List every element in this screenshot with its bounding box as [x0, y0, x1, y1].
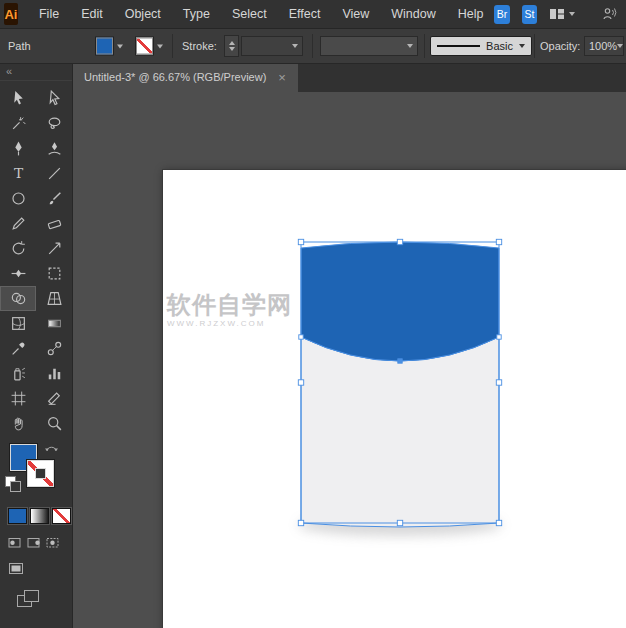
overlapping-windows-icon: [16, 589, 42, 609]
edit-toolbar-button[interactable]: [0, 579, 72, 613]
tool-curvature[interactable]: [36, 136, 72, 161]
pen-icon: [10, 140, 27, 157]
tool-line-segment[interactable]: [36, 161, 72, 186]
swap-fill-stroke-icon[interactable]: [44, 442, 60, 455]
tool-perspective-grid[interactable]: [36, 286, 72, 311]
draw-behind-icon[interactable]: [26, 536, 41, 549]
screen-mode-button[interactable]: [0, 549, 72, 579]
tool-selection[interactable]: [0, 86, 36, 111]
anchor-right[interactable]: [497, 335, 501, 339]
tool-free-transform[interactable]: [36, 261, 72, 286]
line-icon: [46, 165, 63, 182]
canvas[interactable]: 软件自学网 WWW.RJZXW.COM: [72, 92, 626, 628]
opacity-label[interactable]: Opacity:: [540, 40, 580, 52]
share-button[interactable]: [601, 6, 618, 22]
tool-eyedropper[interactable]: [0, 336, 36, 361]
tool-shaper[interactable]: [0, 211, 36, 236]
zoom-icon: [46, 415, 63, 432]
tool-direct-selection[interactable]: [36, 86, 72, 111]
document-tab[interactable]: Untitled-3* @ 66.67% (RGB/Preview) ×: [72, 62, 298, 92]
menu-effect[interactable]: Effect: [278, 0, 332, 28]
anchor-left[interactable]: [299, 335, 303, 339]
bridge-button[interactable]: Br: [494, 5, 509, 24]
shape-blue-region[interactable]: [301, 242, 499, 361]
width-profile-dropdown[interactable]: [320, 36, 418, 56]
stroke-weight-stepper[interactable]: [224, 35, 239, 57]
tool-slice[interactable]: [36, 386, 72, 411]
menu-view[interactable]: View: [331, 0, 380, 28]
chevron-down-icon: [407, 44, 413, 48]
menu-object[interactable]: Object: [114, 0, 172, 28]
handle-middle-right[interactable]: [496, 380, 501, 385]
menu-type[interactable]: Type: [172, 0, 221, 28]
tool-pen[interactable]: [0, 136, 36, 161]
tool-column-graph[interactable]: [36, 361, 72, 386]
gradient-button[interactable]: [30, 508, 49, 524]
fill-stroke-indicator: [0, 442, 72, 500]
draw-normal-icon[interactable]: [7, 536, 22, 549]
drawing-mode-buttons: [0, 524, 72, 549]
menu-window[interactable]: Window: [380, 0, 446, 28]
tool-eraser[interactable]: [36, 211, 72, 236]
fill-swatch: [96, 38, 113, 55]
handle-middle-left[interactable]: [298, 380, 303, 385]
tool-paintbrush[interactable]: [36, 186, 72, 211]
tool-blend[interactable]: [36, 336, 72, 361]
paintbrush-icon: [46, 190, 63, 207]
workspace-switcher[interactable]: [549, 7, 575, 21]
control-bar: Path Stroke: Basic Opacity: 100%: [0, 28, 626, 64]
tool-artboard[interactable]: [0, 386, 36, 411]
draw-inside-icon[interactable]: [45, 536, 60, 549]
tool-rotate[interactable]: [0, 236, 36, 261]
brush-definition-dropdown[interactable]: Basic: [430, 36, 532, 56]
menu-select[interactable]: Select: [221, 0, 278, 28]
tool-scale[interactable]: [36, 236, 72, 261]
tool-ellipse[interactable]: [0, 186, 36, 211]
tool-zoom[interactable]: [36, 411, 72, 436]
lasso-icon: [46, 115, 63, 132]
stroke-color-proxy[interactable]: [27, 460, 54, 487]
tool-lasso[interactable]: [36, 111, 72, 136]
menu-help[interactable]: Help: [447, 0, 495, 28]
menu-edit[interactable]: Edit: [70, 0, 114, 28]
type-icon: T: [10, 165, 27, 182]
hand-icon: [10, 415, 27, 432]
handle-top-right[interactable]: [496, 239, 501, 244]
none-button[interactable]: [52, 508, 71, 524]
eyedropper-icon: [10, 340, 27, 357]
tool-type[interactable]: T: [0, 161, 36, 186]
color-button[interactable]: [8, 508, 27, 524]
app-logo: Ai: [4, 3, 18, 25]
opacity-value: 100%: [589, 40, 617, 52]
tab-close-icon[interactable]: ×: [278, 71, 286, 84]
shape-gray-region[interactable]: [301, 337, 499, 527]
handle-top-center[interactable]: [397, 239, 402, 244]
chevron-down-icon: [157, 44, 163, 48]
stock-button[interactable]: St: [522, 5, 537, 24]
eraser-icon: [46, 215, 63, 232]
screen-mode-icon: [8, 562, 24, 575]
handle-bottom-center[interactable]: [397, 520, 402, 525]
tool-symbol-sprayer[interactable]: [0, 361, 36, 386]
tool-hand[interactable]: [0, 411, 36, 436]
tool-shape-builder[interactable]: [0, 286, 36, 311]
handle-bottom-left[interactable]: [298, 520, 303, 525]
default-stroke-icon[interactable]: [10, 481, 21, 492]
handle-bottom-right[interactable]: [496, 520, 501, 525]
handle-top-left[interactable]: [298, 239, 303, 244]
scale-icon: [46, 240, 63, 257]
symbol-sprayer-icon: [10, 365, 27, 382]
tool-width[interactable]: [0, 261, 36, 286]
panel-collapse-button[interactable]: «: [0, 62, 72, 81]
tool-mesh[interactable]: [0, 311, 36, 336]
anchor-center-selected[interactable]: [398, 359, 402, 363]
opacity-field[interactable]: 100%: [584, 36, 624, 56]
stroke-weight-dropdown[interactable]: [241, 36, 303, 56]
menu-file[interactable]: File: [28, 0, 70, 28]
fill-color-dropdown[interactable]: [96, 38, 123, 55]
direct-selection-icon: [46, 90, 63, 107]
tool-magic-wand[interactable]: [0, 111, 36, 136]
tool-gradient[interactable]: [36, 311, 72, 336]
stroke-label[interactable]: Stroke:: [182, 40, 217, 52]
stroke-color-dropdown[interactable]: [136, 38, 163, 55]
